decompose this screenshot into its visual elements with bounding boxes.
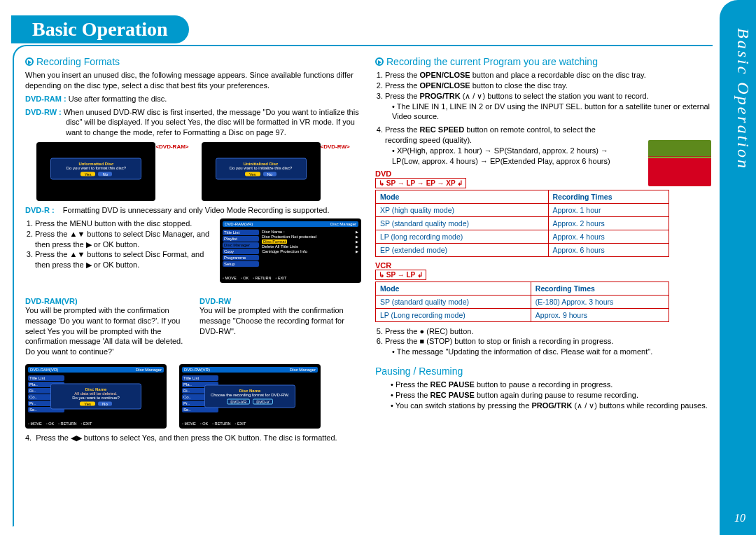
rstep-4: Press the REC SPEED button on remote con…	[385, 125, 616, 166]
play-bullet-icon	[375, 57, 384, 66]
vcr-table: ModeRecording Times SP (standard quality…	[375, 282, 669, 322]
intro-text: When you insert an unused disc, the foll…	[25, 70, 361, 91]
page-title-pill: Basic Operation	[11, 15, 189, 43]
dvd-rw-line: DVD-RW : When unused DVD-RW disc is firs…	[25, 107, 361, 139]
dvd-ram-line: DVD-RAM : Use after formatting the disc.	[25, 94, 361, 104]
screen-flower-preview	[648, 140, 711, 186]
right-column: Recording the current Program you are wa…	[375, 52, 711, 446]
dvd-table: ModeRecording Times XP (high quality mod…	[375, 190, 669, 257]
rstep-1: Press the OPEN/CLOSE button and place a …	[385, 70, 711, 81]
page-number: 10	[734, 512, 746, 524]
screen-unformatted: Unformatted Disc Do you want to format t…	[36, 142, 188, 201]
play-bullet-icon	[25, 57, 34, 66]
vcr-label: VCR	[375, 261, 711, 270]
screen-uninitialized: Uninitialized Disc Do you want to initia…	[202, 142, 350, 201]
pause-1: Press the REC PAUSE button to pause a re…	[391, 380, 711, 390]
screen-confirm-delete: DVD-RAM(VR)Disc Manager Title ListPla..D…	[25, 364, 167, 429]
screen-choose-format: DVD-RW(VR)Disc Manager Title ListPla..Di…	[179, 364, 321, 429]
section-recording-formats: Recording Formats	[25, 56, 361, 67]
section-recording-current: Recording the current Program you are wa…	[375, 56, 711, 67]
steps-with-screen: DVD-RAM(VR)Disc Manager Title List Playl…	[25, 218, 361, 286]
rstep-5: Press the ● (REC) button.	[385, 326, 711, 337]
pause-2: Press the REC PAUSE button again during …	[391, 390, 711, 401]
dvd-ramvr-block: DVD-RAM(VR) You will be prompted with th…	[25, 293, 187, 360]
step-4: 4. Press the ◀▶ buttons to select Yes, a…	[25, 433, 361, 443]
left-column: Recording Formats When you insert an unu…	[25, 52, 361, 446]
screen-disc-manager: DVD-RAM(VR)Disc Manager Title List Playl…	[220, 218, 361, 283]
rstep-3: Press the PROG/TRK (∧ / ∨) buttons to se…	[385, 91, 711, 123]
vcr-seq: ↳ SP → LP ↲	[375, 270, 426, 280]
section-pausing: Pausing / Resuming	[375, 366, 711, 377]
dvd-r-line: DVD-R : Formatting DVD is unnecessary an…	[25, 205, 361, 216]
rstep-2: Press the OPEN/CLOSE button to close the…	[385, 81, 711, 91]
pause-3: You can switch stations by pressing the …	[391, 401, 711, 411]
side-tab-title: Basic Operation	[734, 28, 752, 170]
dvd-rw-block: DVD-RW You will be prompted with the con…	[200, 293, 361, 360]
side-tab: Basic Operation 10	[720, 0, 756, 535]
dvd-seq: ↳ SP → LP → EP → XP ↲	[375, 178, 466, 188]
rstep-6: Press the ■ (STOP) button to stop or fin…	[385, 336, 711, 357]
